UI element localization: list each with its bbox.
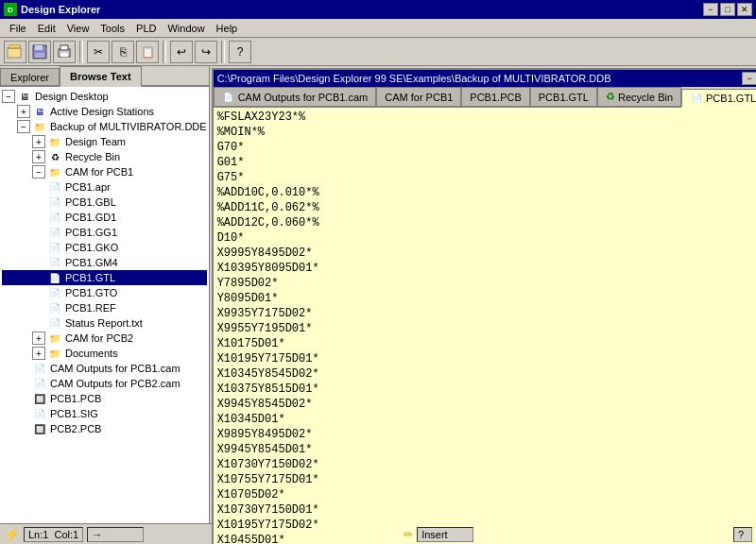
cam-tab-icon: 📄 <box>222 92 235 103</box>
expand-icon[interactable]: − <box>17 120 30 133</box>
text-line: Y7895D02* <box>217 276 756 291</box>
arrow-status: → <box>87 527 144 542</box>
file-icon: 📄 <box>32 361 47 376</box>
help-status[interactable]: ? <box>733 527 752 542</box>
expand-icon[interactable]: + <box>32 135 45 148</box>
tree-node-label: PCB1.PCB <box>50 393 101 404</box>
list-item[interactable]: + 📁 Documents <box>2 346 207 361</box>
left-tab-strip: Explorer Browse Text <box>0 66 209 87</box>
minimize-button[interactable]: − <box>703 3 718 16</box>
line-status: Ln:1 Col:1 <box>24 527 83 542</box>
folder-icon: 📁 <box>47 134 62 149</box>
text-line: G70* <box>217 140 756 155</box>
copy-button[interactable]: ⎘ <box>112 41 134 63</box>
list-item[interactable]: 📄 CAM Outputs for PCB1.cam <box>2 361 207 376</box>
list-item[interactable]: − 📁 CAM for PCB1 <box>2 164 207 179</box>
doc-tab-cam-pcb1[interactable]: CAM for PCB1 <box>376 87 461 106</box>
menu-help[interactable]: Help <box>211 21 244 36</box>
text-line: %FSLAX23Y23*% <box>217 110 756 125</box>
help-button-status[interactable]: ? <box>738 529 744 540</box>
help-button[interactable]: ? <box>229 41 251 63</box>
file-icon: 📄 <box>47 315 62 331</box>
list-item[interactable]: 📄 PCB1.GD1 <box>2 210 207 225</box>
list-item[interactable]: 🔲 PCB2.PCB <box>2 421 207 436</box>
list-item[interactable]: 📄 PCB1.SIG <box>2 406 207 421</box>
list-item[interactable]: + ♻ Recycle Bin <box>2 149 207 164</box>
tree-node-label: Backup of MULTIVIBRATOR.DDE <box>50 121 207 132</box>
text-line: X10730Y7150D01* <box>217 502 756 518</box>
tab-explorer[interactable]: Explorer <box>0 68 60 85</box>
maximize-button[interactable]: □ <box>720 3 735 16</box>
menu-view[interactable]: View <box>61 21 95 36</box>
list-item[interactable]: 📄 PCB1.GTL <box>2 270 207 285</box>
expand-icon[interactable]: + <box>32 347 45 360</box>
print-button[interactable] <box>53 41 76 63</box>
tree-node-label: PCB1.apr <box>65 181 111 193</box>
list-item[interactable]: 📄 PCB1.REF <box>2 300 207 315</box>
open-button[interactable] <box>4 41 26 63</box>
list-item[interactable]: 📄 PCB1.GM4 <box>2 255 207 270</box>
insert-label: Insert <box>421 529 448 540</box>
text-line: X10345Y8545D02* <box>217 366 756 382</box>
doc-tab-pcb1-pcb[interactable]: PCB1.PCB <box>461 87 529 106</box>
gtl-tab-icon: 📄 <box>690 93 703 104</box>
svg-marker-1 <box>8 44 20 48</box>
doc-tab-pcb1-gtl[interactable]: PCB1.GTL <box>530 87 597 106</box>
list-item[interactable]: − 📁 Backup of MULTIVIBRATOR.DDE <box>2 119 207 134</box>
expand-icon[interactable]: − <box>32 165 45 178</box>
list-item[interactable]: 🔲 PCB1.PCB <box>2 391 207 406</box>
text-line: %ADD10C,0.010*% <box>217 185 756 200</box>
menu-window[interactable]: Window <box>162 21 210 36</box>
tree-node-label: PCB2.PCB <box>50 423 101 434</box>
tree-node-label: Design Desktop <box>35 91 109 102</box>
menu-pld[interactable]: PLD <box>130 21 162 36</box>
text-line: X9955Y7195D01* <box>217 321 756 336</box>
expand-icon[interactable]: + <box>32 150 45 163</box>
expand-icon[interactable]: + <box>17 105 30 118</box>
text-line: X10195Y7175D02* <box>217 518 756 533</box>
menu-tools[interactable]: Tools <box>94 21 130 36</box>
redo-button[interactable]: ↪ <box>195 41 217 63</box>
tab-browse-text[interactable]: Browse Text <box>60 66 142 87</box>
file-icon: 📄 <box>47 300 62 315</box>
list-item[interactable]: 📄 Status Report.txt <box>2 315 207 331</box>
list-item[interactable]: 📄 PCB1.apr <box>2 179 207 195</box>
text-content[interactable]: %FSLAX23Y23*% %MOIN*% G70* G01* G75* %AD… <box>214 108 756 544</box>
insert-status-icon: ✏ <box>404 528 413 541</box>
tree-view[interactable]: − 🖥 Design Desktop + 🖥 Active Design Sta… <box>0 87 209 523</box>
list-item[interactable]: 📄 PCB1.GG1 <box>2 225 207 240</box>
list-item[interactable]: 📄 PCB1.GKO <box>2 240 207 255</box>
list-item[interactable]: 📄 CAM Outputs for PCB2.cam <box>2 376 207 391</box>
close-button[interactable]: ✕ <box>737 3 752 16</box>
menu-edit[interactable]: Edit <box>32 21 61 36</box>
menu-file[interactable]: File <box>4 21 32 36</box>
doc-tab-pcb1-gtl-active[interactable]: 📄 PCB1.GTL <box>681 89 756 108</box>
doc-tab-recycle-bin[interactable]: ♻ Recycle Bin <box>597 87 681 106</box>
expand-icon[interactable]: − <box>2 90 15 103</box>
title-bar-buttons: − □ ✕ <box>703 3 752 16</box>
list-item[interactable]: 📄 PCB1.GBL <box>2 195 207 210</box>
paste-button[interactable]: 📋 <box>136 41 159 63</box>
file-icon: 📄 <box>47 285 62 300</box>
undo-button[interactable]: ↩ <box>170 41 193 63</box>
svg-rect-7 <box>60 53 68 57</box>
list-item[interactable]: + 📁 CAM for PCB2 <box>2 331 207 346</box>
text-line: G01* <box>217 155 756 170</box>
file-icon: 📄 <box>47 210 62 225</box>
doc-tab-cam-outputs[interactable]: 📄 CAM Outputs for PCB1.cam <box>214 87 377 106</box>
text-line: X9935Y7175D02* <box>217 306 756 321</box>
list-item[interactable]: + 🖥 Active Design Stations <box>2 104 207 119</box>
title-bar: D Design Explorer − □ ✕ <box>0 0 756 19</box>
tree-node-label: PCB1.GM4 <box>65 257 118 268</box>
pcb-icon: 🔲 <box>32 421 47 436</box>
expand-icon[interactable]: + <box>32 332 45 345</box>
recycle-tab-icon: ♻ <box>606 91 615 103</box>
text-line: %MOIN*% <box>217 125 756 140</box>
cut-button[interactable]: ✂ <box>87 41 110 63</box>
save-button[interactable] <box>28 41 51 63</box>
list-item[interactable]: 📄 PCB1.GTO <box>2 285 207 300</box>
list-item[interactable]: − 🖥 Design Desktop <box>2 89 207 104</box>
doc-minimize-button[interactable]: − <box>742 72 756 85</box>
list-item[interactable]: + 📁 Design Team <box>2 134 207 149</box>
text-line: X10395Y8095D01* <box>217 261 756 276</box>
